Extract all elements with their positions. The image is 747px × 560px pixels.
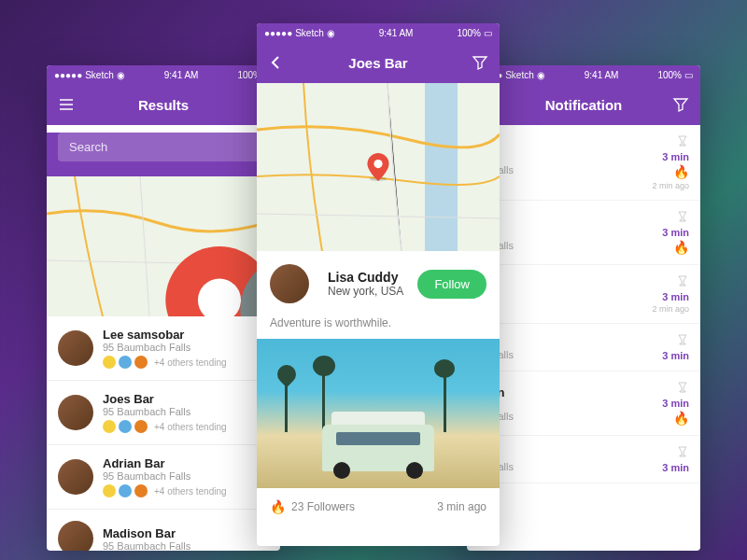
fire-icon: 🔥 [673,164,689,179]
fire-icon: 🔥 [270,499,286,514]
header: Results [47,84,280,125]
list-item[interactable]: h'ch Falls3 min🔥2 min ago [467,125,700,201]
svg-rect-4 [425,83,458,251]
post-photo[interactable] [257,339,500,488]
map[interactable] [257,83,500,251]
notification-screen: ●●●●●Sketch◉ 9:41 AM 100%▭ Notification … [467,65,700,551]
map[interactable] [47,176,280,316]
list-item[interactable]: Adrian Bar95 Baumbach Falls+4 others ten… [47,445,280,510]
glass-icon [676,333,689,346]
header: Notification [467,84,700,125]
glass-icon [676,381,689,394]
avatar [58,459,93,495]
avatar[interactable] [270,264,309,303]
filter-icon[interactable] [472,54,488,71]
back-icon[interactable] [268,54,285,71]
profile-location: New york, USA [328,285,408,298]
avatar [58,330,93,366]
avatar [58,521,93,551]
map-pin-icon [367,153,389,181]
glass-icon [676,210,689,223]
list-item[interactable]: Barch Falls3 min [467,436,700,483]
glass-icon [676,445,689,458]
search-input[interactable]: Search [58,133,269,161]
notification-list: h'ch Falls3 min🔥2 min ago obngech Falls3… [467,125,700,483]
list-item[interactable]: Madison Bar95 Baumbach Falls [47,510,280,551]
detail-screen: ●●●●●Sketch◉ 9:41 AM 100%▭ Joes Bar Lisa… [257,23,500,546]
status-bar: ●●●●●Sketch◉ 9:41 AM 100%▭ [467,65,700,84]
list-item[interactable]: ez 'nBarch Falls3 min🔥 [467,371,700,436]
list-item[interactable]: obngech Falls3 min🔥 [467,201,700,265]
header: Joes Bar [257,42,500,83]
avatar [58,395,93,430]
page-title: Joes Bar [348,55,407,71]
followers-count: 23 Followers [291,500,355,513]
filter-icon[interactable] [672,96,689,113]
glass-icon [676,274,689,287]
status-bar: ●●●●●Sketch◉ 9:41 AM 100%▭ [257,23,500,42]
profile-row: Lisa Cuddy New york, USA Follow [257,251,500,316]
list-item[interactable]: Joes Bar95 Baumbach Falls+4 others tendi… [47,381,280,445]
status-bar: ●●●●●Sketch◉ 9:41 AM 100%▭ [47,65,280,84]
menu-icon[interactable] [58,96,75,113]
glass-icon [676,134,689,147]
list-item[interactable]: Lee samsobar95 Baumbach Falls+4 others t… [47,316,280,381]
results-list: Lee samsobar95 Baumbach Falls+4 others t… [47,316,280,551]
page-title: Notification [545,97,623,113]
list-item[interactable]: Barch Falls3 min [467,324,700,371]
page-title: Results [138,97,189,113]
fire-icon: 🔥 [673,240,689,255]
svg-point-6 [374,160,382,168]
list-item[interactable]: zo3 min2 min ago [467,265,700,324]
fire-icon: 🔥 [673,411,689,426]
follow-button[interactable]: Follow [417,270,486,299]
profile-name: Lisa Cuddy [328,270,408,285]
time-ago: 3 min ago [437,500,486,513]
post-footer: 🔥23 Followers 3 min ago [257,488,500,525]
results-screen: ●●●●●Sketch◉ 9:41 AM 100%▭ Results Searc… [47,65,280,551]
quote-text: Adventure is worthwhile. [257,316,500,339]
